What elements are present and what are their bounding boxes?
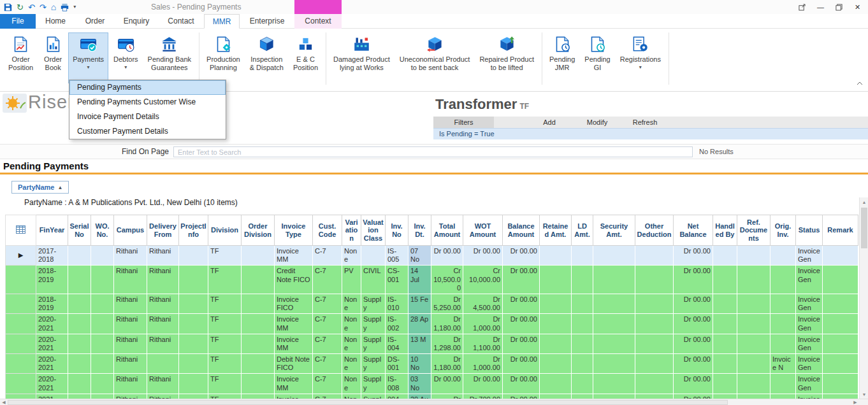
cell-orig-inv[interactable] [770,394,796,399]
col-header-net-balance[interactable]: Net Balance [674,215,713,246]
cell-remark[interactable] [823,294,858,313]
cell-remark[interactable] [823,394,858,399]
cell-finyear[interactable]: 2018-2019 [36,266,68,294]
cell-net-balance[interactable]: Dr 00.00 [674,354,713,374]
cell-retained-amt[interactable] [540,314,572,334]
cell-serial-no[interactable] [68,246,91,266]
cell-division[interactable]: TF [208,294,242,313]
cell-orig-inv[interactable] [770,294,796,313]
cell-serial-no[interactable] [68,374,91,394]
row-selector-cell[interactable] [6,294,36,313]
ribbon-item-damaged-product-lying-at-works[interactable]: Damaged Product lying at Works [329,32,394,83]
cell-division[interactable]: TF [208,334,242,353]
cell-serial-no[interactable] [68,394,91,399]
menu-item-customer-payment-details[interactable]: Customer Payment Details [69,124,226,139]
ribbon-item-registrations[interactable]: Registrations▾ [616,32,665,83]
cell-variation[interactable]: None [342,294,361,313]
cell-inv-no[interactable]: IS-002 [386,314,409,334]
menu-item-invoice-payment-details[interactable]: Invoice Payment Details [69,110,226,124]
cell-variation[interactable]: None [342,394,361,399]
cell-inv-dt[interactable]: 13 M [409,334,431,353]
cell-retained-amt[interactable] [540,266,572,294]
cell-cust-code[interactable]: C-7 [313,394,342,399]
cell-net-balance[interactable]: Dr 00.00 [674,246,713,266]
cell-balance-amount[interactable]: Dr 00.00 [503,294,540,313]
cell-delivery-from[interactable] [147,354,179,374]
cell-other-deduction[interactable] [635,394,674,399]
tab-mmr[interactable]: MMR [204,14,240,29]
cell-finyear[interactable]: 2020-2021 [36,314,68,334]
cell-remark[interactable] [823,314,858,334]
minimize-button[interactable]: — [811,0,830,14]
cell-wo-no[interactable] [91,294,114,313]
cell-orig-inv[interactable]: Invoice N [770,354,796,374]
cell-balance-amount[interactable]: Dr 00.00 [503,354,540,374]
row-selector-cell[interactable]: ▶ [6,246,36,266]
cell-finyear[interactable]: 2021-2022 [36,394,68,399]
cell-delivery-from[interactable]: Rithani [147,314,179,334]
cell-ld-amt[interactable] [572,354,593,374]
vertical-scrollbar-thumb[interactable] [861,208,867,248]
cell-ld-amt[interactable] [572,394,593,399]
cell-status[interactable]: Invoice Gen [796,266,823,294]
cell-cust-code[interactable]: C-7 [313,354,342,374]
cell-orig-inv[interactable] [770,246,796,266]
cell-status[interactable]: Invoice Gen [796,354,823,374]
qat-dropdown-caret-icon[interactable]: ▾ [73,4,76,10]
cell-handled-by[interactable] [713,354,737,374]
tab-context[interactable]: Context [294,14,342,29]
cell-invoice-type[interactable]: Credit Note FICO [275,266,313,294]
cell-wot-amount[interactable]: Dr 1,100.00 [463,334,503,353]
cell-other-deduction[interactable] [635,246,674,266]
cell-handled-by[interactable] [713,314,737,334]
menu-item-pending-payments-customer-wise[interactable]: Pending Payments Customer Wise [69,95,226,110]
horizontal-scrollbar-thumb[interactable] [8,400,728,405]
cell-balance-amount[interactable]: Dr 00.00 [503,314,540,334]
cell-ld-amt[interactable] [572,314,593,334]
cell-inv-no[interactable]: IS-005 [386,246,409,266]
row-selector-cell[interactable] [6,354,36,374]
cell-wo-no[interactable] [91,334,114,353]
cell-remark[interactable] [823,334,858,353]
vertical-scrollbar[interactable]: ▲ ▼ [859,197,868,399]
filters-label[interactable]: Filters [433,117,494,128]
cell-total-amount[interactable]: Dr 1,180.00 [431,314,463,334]
cell-invoice-type[interactable]: Invoice FICO [275,294,313,313]
col-header-valuation-class[interactable]: Valuation Class [361,215,386,246]
col-header-orig-inv[interactable]: Orig. Inv. [770,215,796,246]
col-header-ld-amt[interactable]: LD Amt. [572,215,593,246]
cell-variation[interactable]: None [342,246,361,266]
cell-wot-amount[interactable]: Dr 1,000.00 [463,354,503,374]
cell-valuation-class[interactable]: Supply [361,334,386,353]
ribbon-item-pending-bank-guarantees[interactable]: Pending Bank Guarantees [143,32,196,83]
cell-serial-no[interactable] [68,314,91,334]
cell-division[interactable]: TF [208,314,242,334]
cell-valuation-class[interactable]: Supply [361,374,386,394]
cell-handled-by[interactable] [713,374,737,394]
cell-total-amount[interactable]: Dr 5,250.00 [431,294,463,313]
cell-security-amt[interactable] [593,394,635,399]
tab-enquiry[interactable]: Enquiry [115,14,158,29]
cell-retained-amt[interactable] [540,354,572,374]
scroll-down-icon[interactable]: ▼ [860,390,868,399]
tab-file[interactable]: File [0,14,36,29]
ribbon-collapse-button[interactable] [857,76,863,88]
col-header-handled-by[interactable]: Handled By [713,215,737,246]
cell-total-amount[interactable]: Dr 1,298.00 [431,334,463,353]
cell-status[interactable]: Invoice Gen [796,314,823,334]
row-selector-cell[interactable] [6,334,36,353]
cell-order-division[interactable] [242,314,275,334]
cell-status[interactable]: Invoice Gen [796,394,823,399]
cell-delivery-from[interactable]: Rithani [147,334,179,353]
table-row[interactable]: 2020-2021RithaniRithaniTFInvoice MMC-7No… [6,334,858,353]
col-header-inv-no[interactable]: Inv. No [386,215,409,246]
cell-division[interactable]: TF [208,266,242,294]
col-header-invoice-type[interactable]: Invoice Type [275,215,313,246]
cell-net-balance[interactable]: Dr 00.00 [674,266,713,294]
cell-wo-no[interactable] [91,374,114,394]
cell-campus[interactable]: Rithani [114,246,147,266]
cell-ref-documents[interactable] [737,266,770,294]
cell-balance-amount[interactable]: Dr 00.00 [503,266,540,294]
ribbon-item-inspection-dispatch[interactable]: Inspection & Dispatch [245,32,288,83]
cell-retained-amt[interactable] [540,374,572,394]
